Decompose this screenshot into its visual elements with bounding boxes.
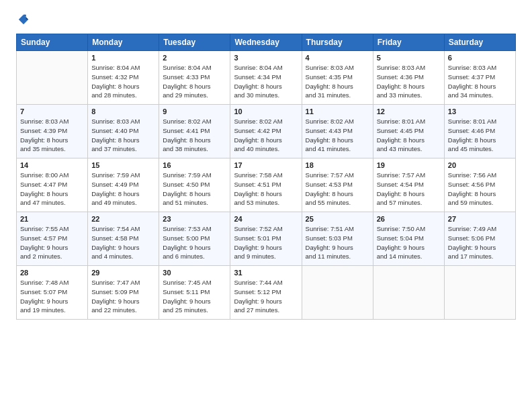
calendar-cell: 13Sunrise: 8:01 AMSunset: 4:46 PMDayligh… <box>444 105 515 158</box>
calendar-cell: 28Sunrise: 7:48 AMSunset: 5:07 PMDayligh… <box>17 266 88 320</box>
day-info: Sunrise: 8:02 AMSunset: 4:43 PMDaylight:… <box>306 117 369 154</box>
header <box>16 13 516 26</box>
day-info: Sunrise: 7:50 AMSunset: 5:04 PMDaylight:… <box>377 224 441 261</box>
day-info: Sunrise: 7:55 AMSunset: 4:57 PMDaylight:… <box>20 224 84 261</box>
calendar-cell: 26Sunrise: 7:50 AMSunset: 5:04 PMDayligh… <box>373 212 444 266</box>
day-info: Sunrise: 8:04 AMSunset: 4:33 PMDaylight:… <box>163 63 226 100</box>
calendar-cell: 17Sunrise: 7:58 AMSunset: 4:51 PMDayligh… <box>230 158 302 212</box>
day-number: 13 <box>448 107 512 116</box>
calendar-cell: 29Sunrise: 7:47 AMSunset: 5:09 PMDayligh… <box>88 266 159 320</box>
day-info: Sunrise: 7:48 AMSunset: 5:07 PMDaylight:… <box>20 278 84 315</box>
day-info: Sunrise: 8:01 AMSunset: 4:46 PMDaylight:… <box>448 117 512 154</box>
day-number: 29 <box>91 269 155 277</box>
day-info: Sunrise: 8:03 AMSunset: 4:35 PMDaylight:… <box>306 63 369 100</box>
day-number: 1 <box>91 54 155 62</box>
day-number: 30 <box>163 269 226 277</box>
day-info: Sunrise: 8:01 AMSunset: 4:45 PMDaylight:… <box>377 117 441 154</box>
calendar-cell <box>17 51 88 105</box>
day-number: 16 <box>163 161 226 169</box>
calendar-cell: 20Sunrise: 7:56 AMSunset: 4:56 PMDayligh… <box>444 158 515 212</box>
day-number: 27 <box>448 215 512 223</box>
calendar-table: SundayMondayTuesdayWednesdayThursdayFrid… <box>16 34 516 320</box>
calendar-cell: 9Sunrise: 8:02 AMSunset: 4:41 PMDaylight… <box>159 105 230 158</box>
day-info: Sunrise: 8:04 AMSunset: 4:34 PMDaylight:… <box>234 63 298 100</box>
day-info: Sunrise: 8:02 AMSunset: 4:41 PMDaylight:… <box>163 117 226 154</box>
day-info: Sunrise: 7:59 AMSunset: 4:50 PMDaylight:… <box>163 171 226 208</box>
column-header-thursday: Thursday <box>302 34 373 51</box>
day-number: 7 <box>20 107 84 116</box>
day-number: 26 <box>377 215 441 223</box>
day-info: Sunrise: 7:57 AMSunset: 4:54 PMDaylight:… <box>377 171 441 208</box>
day-info: Sunrise: 7:44 AMSunset: 5:12 PMDaylight:… <box>234 278 298 315</box>
day-number: 21 <box>20 215 84 223</box>
column-header-wednesday: Wednesday <box>230 34 302 51</box>
day-number: 31 <box>234 269 298 277</box>
calendar-cell: 23Sunrise: 7:53 AMSunset: 5:00 PMDayligh… <box>159 212 230 266</box>
calendar-cell: 22Sunrise: 7:54 AMSunset: 4:58 PMDayligh… <box>88 212 159 266</box>
calendar-cell: 25Sunrise: 7:51 AMSunset: 5:03 PMDayligh… <box>302 212 373 266</box>
day-number: 17 <box>234 161 298 169</box>
day-info: Sunrise: 7:57 AMSunset: 4:53 PMDaylight:… <box>306 171 369 208</box>
day-info: Sunrise: 8:02 AMSunset: 4:42 PMDaylight:… <box>234 117 298 154</box>
day-info: Sunrise: 7:47 AMSunset: 5:09 PMDaylight:… <box>91 278 155 315</box>
day-number: 25 <box>306 215 369 223</box>
day-info: Sunrise: 7:54 AMSunset: 4:58 PMDaylight:… <box>91 224 155 261</box>
calendar-cell: 24Sunrise: 7:52 AMSunset: 5:01 PMDayligh… <box>230 212 302 266</box>
calendar-cell: 6Sunrise: 8:03 AMSunset: 4:37 PMDaylight… <box>444 51 515 105</box>
day-info: Sunrise: 8:03 AMSunset: 4:37 PMDaylight:… <box>448 63 512 100</box>
day-number: 15 <box>91 161 155 169</box>
calendar-cell: 27Sunrise: 7:49 AMSunset: 5:06 PMDayligh… <box>444 212 515 266</box>
calendar-cell: 16Sunrise: 7:59 AMSunset: 4:50 PMDayligh… <box>159 158 230 212</box>
day-number: 14 <box>20 161 84 169</box>
calendar-cell: 11Sunrise: 8:02 AMSunset: 4:43 PMDayligh… <box>302 105 373 158</box>
day-number: 5 <box>377 54 441 62</box>
day-info: Sunrise: 7:52 AMSunset: 5:01 PMDaylight:… <box>234 224 298 261</box>
column-headers: SundayMondayTuesdayWednesdayThursdayFrid… <box>17 34 516 51</box>
calendar-cell: 2Sunrise: 8:04 AMSunset: 4:33 PMDaylight… <box>159 51 230 105</box>
column-header-monday: Monday <box>88 34 159 51</box>
column-header-friday: Friday <box>373 34 444 51</box>
day-number: 18 <box>306 161 369 169</box>
calendar-cell: 10Sunrise: 8:02 AMSunset: 4:42 PMDayligh… <box>230 105 302 158</box>
calendar-cell: 30Sunrise: 7:45 AMSunset: 5:11 PMDayligh… <box>159 266 230 320</box>
calendar-cell: 1Sunrise: 8:04 AMSunset: 4:32 PMDaylight… <box>88 51 159 105</box>
logo-icon <box>17 13 30 26</box>
day-info: Sunrise: 8:03 AMSunset: 4:40 PMDaylight:… <box>91 117 155 154</box>
day-info: Sunrise: 7:49 AMSunset: 5:06 PMDaylight:… <box>448 224 512 261</box>
week-row-3: 14Sunrise: 8:00 AMSunset: 4:47 PMDayligh… <box>17 158 516 212</box>
day-info: Sunrise: 7:45 AMSunset: 5:11 PMDaylight:… <box>163 278 226 315</box>
day-number: 20 <box>448 161 512 169</box>
logo <box>16 13 30 26</box>
day-info: Sunrise: 7:53 AMSunset: 5:00 PMDaylight:… <box>163 224 226 261</box>
day-number: 28 <box>20 269 84 277</box>
day-info: Sunrise: 7:51 AMSunset: 5:03 PMDaylight:… <box>306 224 369 261</box>
column-header-sunday: Sunday <box>17 34 88 51</box>
calendar-cell: 21Sunrise: 7:55 AMSunset: 4:57 PMDayligh… <box>17 212 88 266</box>
calendar-cell: 31Sunrise: 7:44 AMSunset: 5:12 PMDayligh… <box>230 266 302 320</box>
day-number: 12 <box>377 107 441 116</box>
calendar-cell: 4Sunrise: 8:03 AMSunset: 4:35 PMDaylight… <box>302 51 373 105</box>
calendar-cell: 8Sunrise: 8:03 AMSunset: 4:40 PMDaylight… <box>88 105 159 158</box>
day-number: 9 <box>163 107 226 116</box>
day-number: 6 <box>448 54 512 62</box>
week-row-4: 21Sunrise: 7:55 AMSunset: 4:57 PMDayligh… <box>17 212 516 266</box>
day-number: 24 <box>234 215 298 223</box>
calendar-cell: 12Sunrise: 8:01 AMSunset: 4:45 PMDayligh… <box>373 105 444 158</box>
column-header-tuesday: Tuesday <box>159 34 230 51</box>
calendar-cell: 14Sunrise: 8:00 AMSunset: 4:47 PMDayligh… <box>17 158 88 212</box>
calendar-cell: 3Sunrise: 8:04 AMSunset: 4:34 PMDaylight… <box>230 51 302 105</box>
calendar-cell: 7Sunrise: 8:03 AMSunset: 4:39 PMDaylight… <box>17 105 88 158</box>
week-row-2: 7Sunrise: 8:03 AMSunset: 4:39 PMDaylight… <box>17 105 516 158</box>
calendar-cell <box>373 266 444 320</box>
week-row-1: 1Sunrise: 8:04 AMSunset: 4:32 PMDaylight… <box>17 51 516 105</box>
day-info: Sunrise: 7:56 AMSunset: 4:56 PMDaylight:… <box>448 171 512 208</box>
day-info: Sunrise: 8:04 AMSunset: 4:32 PMDaylight:… <box>91 63 155 100</box>
day-info: Sunrise: 7:58 AMSunset: 4:51 PMDaylight:… <box>234 171 298 208</box>
calendar-cell: 5Sunrise: 8:03 AMSunset: 4:36 PMDaylight… <box>373 51 444 105</box>
column-header-saturday: Saturday <box>444 34 515 51</box>
calendar-cell: 19Sunrise: 7:57 AMSunset: 4:54 PMDayligh… <box>373 158 444 212</box>
week-row-5: 28Sunrise: 7:48 AMSunset: 5:07 PMDayligh… <box>17 266 516 320</box>
day-info: Sunrise: 7:59 AMSunset: 4:49 PMDaylight:… <box>91 171 155 208</box>
day-info: Sunrise: 8:00 AMSunset: 4:47 PMDaylight:… <box>20 171 84 208</box>
day-number: 22 <box>91 215 155 223</box>
